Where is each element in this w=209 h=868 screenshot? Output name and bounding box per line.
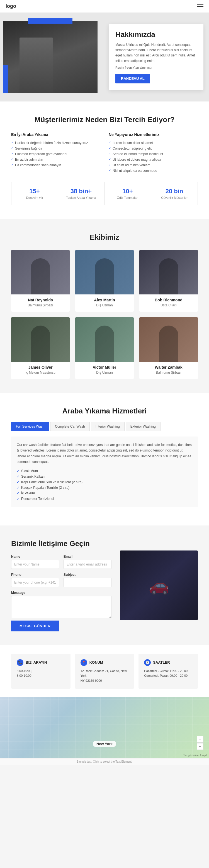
stat-washes: 38 bin+ Toplam Araba Yıkama xyxy=(58,182,105,205)
info-hours-line2: Cumartesi, Pazar: 09:00 - 20:00 xyxy=(144,673,192,678)
stat-num-experience: 15+ xyxy=(17,188,52,195)
team-photo-james xyxy=(11,317,70,362)
service-feature-5: Pencereler Temizlendi xyxy=(17,496,192,502)
map-visual xyxy=(0,697,209,758)
subject-input[interactable] xyxy=(63,578,111,587)
location-icon: 📍 xyxy=(81,659,87,666)
list-item: Ut enim ad minim veniam xyxy=(109,162,198,168)
team-photo-bob xyxy=(139,250,198,294)
stat-customers: 20 bin Güvenilir Müşteriler xyxy=(151,182,198,205)
service-feature-4: İç Vakum xyxy=(17,490,192,496)
map-zoom-in[interactable]: + xyxy=(197,736,203,743)
team-photo-nat xyxy=(11,250,70,294)
tab-full-services[interactable]: Full Services Wash xyxy=(11,422,49,431)
team-section: Ekibimiz Nat Reynolds Balmumu Şirbazı Al… xyxy=(0,219,209,393)
map-city-label: New York xyxy=(93,741,116,747)
map-controls: + − xyxy=(197,736,203,750)
team-photo-walter xyxy=(139,317,198,362)
team-name-walter: Walter Zambak xyxy=(139,365,198,370)
map-section[interactable]: New York + − Ten görüntüler freepik xyxy=(0,697,209,758)
message-input[interactable] xyxy=(11,596,111,618)
team-role-nat: Balmumu Şirbazı xyxy=(11,303,70,307)
info-phone-line1: 8:00-10:00, xyxy=(17,669,65,674)
hero-section: Hakkımızda Massa Ultricies mi Quis Hendr… xyxy=(0,12,209,101)
list-item: Sed do eiusmod tempor incididunt xyxy=(109,151,198,157)
why-us-section: Müşterilerimiz Neden Bizi Tercih Ediyor?… xyxy=(0,101,209,219)
name-label: Name xyxy=(11,555,59,559)
stat-num-washes: 38 bin+ xyxy=(63,188,99,195)
team-name-victor: Victor Müller xyxy=(75,365,134,370)
hero-blue-accent-bottom xyxy=(3,65,8,93)
contact-car-image-container xyxy=(120,539,198,631)
team-photo-alex xyxy=(75,250,134,294)
stat-awards: 10+ Ödül Tanımaları xyxy=(105,182,151,205)
info-phone-line2: 8:00-10:00 xyxy=(17,673,65,678)
stat-num-customers: 20 bin xyxy=(157,188,192,195)
phone-input[interactable] xyxy=(11,578,59,587)
hero-background-image xyxy=(3,21,98,93)
phone-label: Phone xyxy=(11,573,59,577)
team-role-bob: Usta Cilacı xyxy=(139,303,198,307)
list-item: Lorem ipsum dolor sit amet xyxy=(109,140,198,146)
why-us-col1-list: Harika bir değerde birden fazla hizmet s… xyxy=(11,140,100,168)
header: logo xyxy=(0,0,209,12)
services-section: Araba Yıkama Hizmetleri Full Services Wa… xyxy=(0,393,209,525)
submit-button[interactable]: MESAJ GÖNDER xyxy=(11,621,59,631)
services-tabs: Full Services Wash Complete Car Wash Int… xyxy=(11,422,198,431)
appointment-button[interactable]: RANDEVU AL xyxy=(115,74,150,84)
phone-icon: 📞 xyxy=(17,659,23,666)
team-card-2: Bob Richmond Usta Cilacı xyxy=(139,250,198,312)
service-feature-1: Seramik Kalkan xyxy=(17,474,192,479)
hero-person-silhouette xyxy=(20,37,53,93)
name-input[interactable] xyxy=(11,560,59,569)
contact-form-container: Bizimle İletişime Geçin Name Email Phone… xyxy=(11,539,111,631)
info-cards-section: 📞 BIZI ARAYIN 8:00-10:00, 8:00-10:00 📍 K… xyxy=(0,645,209,697)
hamburger-menu[interactable] xyxy=(197,4,203,8)
team-title: Ekibimiz xyxy=(11,233,198,242)
team-card-3: James Oliver İç Mekan Maestrosu xyxy=(11,317,70,379)
hero-image-credit: Resim freepik'ten alınmıştır xyxy=(115,66,197,69)
hero-blue-accent-top xyxy=(28,18,73,24)
map-zoom-out[interactable]: − xyxy=(197,743,203,750)
sample-footer: Sample text. Click to select the Text El… xyxy=(0,758,209,765)
team-role-james: İç Mekan Maestrosu xyxy=(11,371,70,374)
hero-description: Massa Ultricies mi Quis Hendrerit. Ac ut… xyxy=(115,42,197,64)
list-item: Harika bir değerde birden fazla hizmet s… xyxy=(11,140,100,146)
email-input[interactable] xyxy=(63,560,111,569)
list-item: En az bir adım atın xyxy=(11,157,100,162)
tab-interior-washing[interactable]: Interior Washing xyxy=(91,422,125,431)
info-hours-title: SAATLER xyxy=(153,660,170,664)
subject-field-group: Subject xyxy=(63,573,111,587)
subject-label: Subject xyxy=(63,573,111,577)
phone-field-group: Phone xyxy=(11,573,59,587)
team-name-bob: Bob Richmond xyxy=(139,298,198,302)
contact-car-image xyxy=(120,551,198,620)
hero-card: Hakkımızda Massa Ultricies mi Quis Hendr… xyxy=(109,24,203,90)
list-item: Ea commododan satın almayın xyxy=(11,162,100,168)
service-feature-3: Kauçuk Papaları Temizle (2 sıra) xyxy=(17,485,192,490)
team-card-1: Alex Martin Dış Uzman xyxy=(75,250,134,312)
info-card-location: 📍 KONUM 12 Rock Caddes: 21, Cadde, New Y… xyxy=(75,654,134,689)
why-us-col2-title: Ne Yapıyoruz Hizmetlerimiz xyxy=(109,132,198,137)
team-photo-victor xyxy=(75,317,134,362)
list-item: Ut labore et dolore magna aliqua xyxy=(109,157,198,162)
service-feature-2: Kapı Panellerini Silin ve Kolkulcar (2 s… xyxy=(17,479,192,485)
team-role-walter: Balmumu Şirbazı xyxy=(139,371,198,374)
stat-num-awards: 10+ xyxy=(110,188,145,195)
contact-section: Bizimle İletişime Geçin Name Email Phone… xyxy=(0,525,209,645)
tab-exterior-washing[interactable]: Exterior Washing xyxy=(126,422,160,431)
team-role-alex: Dış Uzman xyxy=(75,303,134,307)
info-phone-title: BIZI ARAYIN xyxy=(26,660,47,664)
service-description: Our car wash facilities feature flat-bel… xyxy=(17,442,192,465)
logo: logo xyxy=(6,3,16,9)
why-us-col-1: En İyi Araba Yıkama Harika bir değerde b… xyxy=(11,132,100,174)
why-us-col1-title: En İyi Araba Yıkama xyxy=(11,132,100,137)
info-location-line1: 12 Rock Caddes: 21, Cadde, New York, xyxy=(81,669,129,678)
tab-complete-car-wash[interactable]: Complete Car Wash xyxy=(50,422,90,431)
clock-icon: 🕐 xyxy=(144,659,151,666)
team-card-4: Victor Müller Dış Uzman xyxy=(75,317,134,379)
why-us-col-2: Ne Yapıyoruz Hizmetlerimiz Lorem ipsum d… xyxy=(109,132,198,174)
info-hours-line1: Pazartesi - Cuma: 11:00 - 20:00, xyxy=(144,669,192,674)
info-card-phone: 📞 BIZI ARAYIN 8:00-10:00, 8:00-10:00 xyxy=(11,654,71,689)
service-features-list: Sıcak Mum Seramik Kalkan Kapı Panellerin… xyxy=(17,468,192,502)
